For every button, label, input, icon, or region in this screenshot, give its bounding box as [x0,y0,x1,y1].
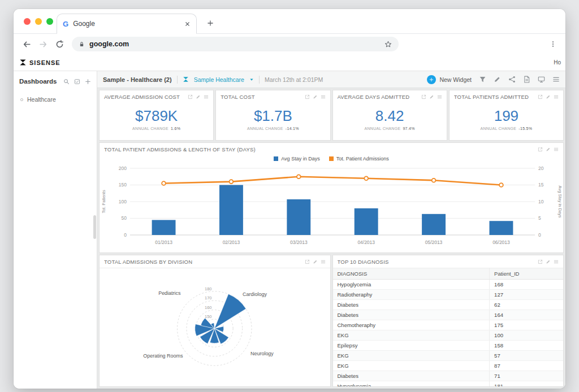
legend-item[interactable]: Tot. Patient Admissions [329,156,389,162]
cell-patient-id: 127 [490,290,563,300]
kpi-change-label: ANNUAL CHANGE [480,127,516,130]
tab-close-icon[interactable] [184,21,191,27]
widget-expand-icon[interactable] [538,259,543,264]
lock-icon [79,41,85,47]
column-header-patient-id[interactable]: Patient_ID [490,268,563,280]
url-bar[interactable]: google.com [72,37,399,51]
table-row[interactable]: Diabetes62 [333,300,564,310]
widget-expand-icon[interactable] [538,147,543,152]
svg-text:5: 5 [538,215,541,221]
svg-text:06/2013: 06/2013 [492,239,510,245]
widget-expand-icon[interactable] [421,94,426,99]
kpi-change-value: -14.1% [286,127,299,130]
widget-menu-icon[interactable] [554,94,559,99]
table-row[interactable]: Chemotheraphy175 [333,320,564,330]
search-icon[interactable] [63,79,70,85]
dashboard-menu-icon[interactable] [552,76,560,83]
new-widget-button[interactable]: New Widget [427,75,472,84]
filter-icon[interactable] [479,76,486,83]
svg-text:150: 150 [205,314,211,319]
widget-expand-icon[interactable] [538,94,543,99]
browser-tab[interactable]: G Google [57,14,197,34]
table-row[interactable]: Hypoglycemia168 [333,280,564,290]
sidebar-header: Dashboards [19,78,91,85]
widget-menu-icon[interactable] [554,259,559,264]
widget-expand-icon[interactable] [188,94,193,99]
dashboards-sidebar: Dashboards Healthcare [14,71,97,389]
cell-patient-id: 181 [490,381,563,387]
tv-mode-icon[interactable] [538,76,545,83]
svg-text:Cardiology: Cardiology [243,291,267,297]
checklist-icon[interactable] [74,79,80,85]
cell-patient-id: 164 [490,310,563,320]
table-row[interactable]: Hypoglycemia181 [333,381,564,387]
svg-text:Neurology: Neurology [250,351,274,356]
svg-text:0: 0 [538,232,541,238]
kpi-change-value: 97.4% [403,127,414,130]
back-icon[interactable] [23,40,31,49]
column-header-diagnosis[interactable]: DIAGNOSIS [333,268,490,280]
refresh-icon[interactable] [55,40,64,49]
widget-title: TOTAL ADMISSIONS BY DIVISION [104,259,192,265]
svg-text:Operating Rooms: Operating Rooms [143,353,183,359]
divider [259,76,260,84]
table-row[interactable]: Radiotheraphy127 [333,290,564,300]
chevron-down-icon[interactable] [249,77,254,82]
svg-text:150: 150 [119,182,127,188]
share-icon[interactable] [508,76,516,83]
datasource-selector[interactable]: Sample Healthcare [194,76,244,83]
table-row[interactable]: Epilepsy158 [333,341,564,351]
datasource-icon [183,76,189,82]
widget-title: TOTAL PATIENTS ADMITTED [454,94,529,100]
widget-edit-icon[interactable] [546,147,551,152]
sidebar-scrollbar[interactable] [93,215,96,239]
bookmark-star-icon[interactable] [384,41,392,48]
minimize-window-button[interactable] [35,18,42,25]
legend-item[interactable]: Avg Stay in Days [274,156,319,162]
widget-expand-icon[interactable] [305,259,310,264]
export-pdf-icon[interactable] [523,76,530,83]
widget-edit-icon[interactable] [313,94,318,99]
widget-edit-icon[interactable] [546,259,551,264]
widget-edit-icon[interactable] [196,94,201,99]
svg-text:05/2013: 05/2013 [425,239,443,245]
kpi-card-total-patients-admitted: TOTAL PATIENTS ADMITTED 199 ANNUAL CHANG… [449,90,564,141]
zoom-window-button[interactable] [46,18,53,25]
browser-window: G Google google.com SISENSE Ho Dashboard… [14,9,565,389]
table-row[interactable]: Diabetes164 [333,310,564,320]
plus-icon [429,77,434,82]
new-tab-button[interactable] [207,20,214,27]
widget-menu-icon[interactable] [321,94,326,99]
browser-menu-icon[interactable] [550,41,556,47]
widget-title: TOTAL PATIENT ADMISSIONS & LENGTH OF STA… [104,146,256,153]
forward-icon[interactable] [39,40,47,49]
widget-menu-icon[interactable] [437,94,442,99]
url-text: google.com [89,40,380,48]
edit-style-icon[interactable] [494,76,501,83]
cell-patient-id: 71 [490,371,563,381]
header-right-text[interactable]: Ho [554,59,561,66]
table-header-row: DIAGNOSIS Patient_ID [333,268,564,280]
widget-expand-icon[interactable] [305,94,310,99]
combo-chart-svg[interactable]: 0501001502000510152001/201302/201303/201… [100,164,563,247]
sidebar-item-healthcare[interactable]: Healthcare [19,96,91,103]
table-row[interactable]: Diabetes71 [333,371,564,381]
svg-text:02/2013: 02/2013 [223,239,240,245]
table-row[interactable]: EKG57 [333,351,564,361]
table-row[interactable]: EKG100 [333,330,564,341]
widget-edit-icon[interactable] [546,94,551,99]
add-dashboard-icon[interactable] [85,79,91,85]
widget-menu-icon[interactable] [554,147,559,152]
table-row[interactable]: EKG87 [333,361,564,371]
svg-text:Pediatrics: Pediatrics [158,290,181,296]
kpi-value: $789K [135,107,178,125]
widget-edit-icon[interactable] [313,259,318,264]
widget-menu-icon[interactable] [321,259,326,264]
close-window-button[interactable] [24,18,31,25]
dashboard-content: Sample - Healthcare (2) Sample Healthcar… [97,71,565,389]
dashboard-bullet-icon [20,98,23,101]
polar-chart-svg[interactable]: 150160170180PediatricsCardiologyOperatin… [100,268,330,386]
widget-menu-icon[interactable] [204,94,209,99]
widget-edit-icon[interactable] [429,94,434,99]
kpi-change-value: -15.5% [518,127,532,130]
